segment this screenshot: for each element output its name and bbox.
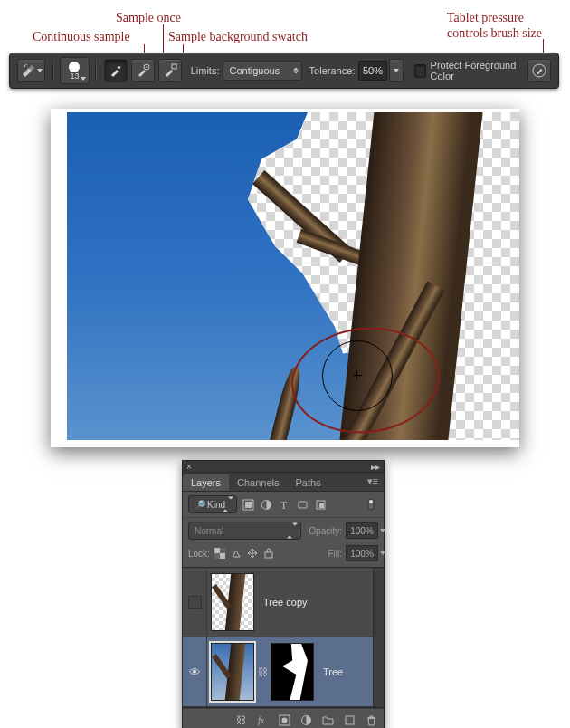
svg-rect-13 (319, 503, 324, 508)
tool-preset-picker[interactable] (17, 59, 45, 82)
opacity-label: Opacity: (309, 526, 342, 536)
limits-select[interactable]: Contiguous (223, 61, 301, 81)
lock-fill-row: Lock: Fill: 100% (183, 543, 384, 567)
layer-row-tree-copy[interactable]: Tree copy (183, 568, 373, 637)
brush-dot-icon (69, 62, 80, 72)
panel-tabs: Layers Channels Paths ▾≡ (183, 473, 384, 492)
tablet-pressure-button[interactable] (527, 59, 551, 82)
chevron-updown-icon (293, 68, 299, 74)
chevron-down-icon (380, 529, 385, 532)
opacity-value: 100% (350, 526, 374, 536)
new-group-button[interactable] (320, 713, 335, 727)
mask-link-icon[interactable]: ⛓ (258, 666, 267, 677)
lock-transparency-icon[interactable] (214, 547, 226, 560)
new-adjustment-button[interactable] (299, 713, 313, 727)
svg-point-4 (146, 66, 147, 68)
layer-name[interactable]: Tree (323, 666, 343, 677)
lock-image-icon[interactable] (230, 547, 242, 560)
svg-point-0 (24, 65, 25, 67)
visibility-off-icon (188, 596, 202, 609)
filter-type-icon[interactable]: T (277, 497, 291, 512)
layers-list: Tree copy 👁 ⛓ Tree (183, 567, 384, 708)
scrollbar[interactable] (373, 568, 384, 707)
eyedropper-swatch-icon (163, 63, 177, 78)
tab-paths[interactable]: Paths (288, 474, 329, 491)
svg-rect-20 (265, 552, 272, 558)
bg-eraser-icon (21, 63, 35, 78)
lock-position-icon[interactable] (246, 547, 259, 560)
filter-toggle-switch[interactable] (364, 497, 378, 512)
chevron-updown-icon (287, 526, 298, 536)
layer-thumbnail[interactable] (211, 573, 254, 631)
pressure-size-icon (531, 62, 547, 79)
svg-rect-18 (220, 548, 225, 553)
layer-style-button[interactable]: fx (255, 713, 270, 727)
tab-channels[interactable]: Channels (229, 474, 287, 491)
annotation-sample-once: Sample once (116, 11, 181, 26)
sampling-continuous-button[interactable] (104, 59, 128, 82)
layer-filter-row: 🔎 Kind T (183, 492, 384, 517)
delete-layer-button[interactable] (364, 713, 378, 727)
svg-rect-16 (214, 548, 220, 553)
filter-smart-icon[interactable] (313, 497, 328, 512)
eye-icon: 👁 (189, 666, 201, 679)
add-mask-button[interactable] (277, 713, 291, 727)
annotation-sample-bg-swatch: Sample background swatch (168, 30, 308, 45)
new-layer-button[interactable] (342, 713, 356, 727)
eyedropper-continuous-icon (109, 63, 123, 78)
panel-titlebar[interactable]: × ▸▸ (183, 461, 384, 473)
visibility-toggle[interactable]: 👁 (183, 637, 207, 706)
svg-point-23 (281, 717, 287, 723)
lock-all-icon[interactable] (262, 547, 275, 560)
collapse-icon[interactable]: ▸▸ (371, 462, 380, 472)
brush-preset-picker[interactable]: 13 (60, 57, 90, 84)
filter-adjustment-icon[interactable] (259, 497, 273, 512)
svg-point-1 (25, 64, 26, 65)
limits-label: Limits: (191, 65, 220, 76)
panel-bottom-buttons: ⛓ fx (183, 708, 384, 728)
layer-mask-thumbnail[interactable] (271, 643, 314, 701)
sampling-bg-swatch-button[interactable] (158, 59, 182, 82)
svg-rect-19 (214, 553, 220, 559)
protect-fg-checkbox[interactable] (414, 64, 426, 78)
protect-fg-group[interactable]: Protect Foreground Color (414, 60, 527, 81)
eyedropper-once-icon (136, 63, 150, 78)
fill-value: 100% (350, 549, 374, 559)
svg-rect-5 (172, 64, 176, 69)
fill-label: Fill: (328, 549, 342, 559)
svg-rect-8 (245, 502, 252, 508)
annotation-tablet-pressure: Tablet pressure controls brush size (447, 11, 542, 42)
protect-fg-label: Protect Foreground Color (431, 60, 526, 81)
options-bar: 13 Limits: Contiguous Tolerance: 50% Pro… (9, 53, 559, 89)
chevron-down-icon (380, 551, 385, 555)
link-layers-button[interactable]: ⛓ (233, 713, 248, 727)
limits-value: Contiguous (229, 65, 280, 76)
opacity-input[interactable]: 100% (346, 522, 378, 539)
filter-shape-icon[interactable] (295, 497, 309, 512)
filter-kind-select[interactable]: 🔎 Kind (188, 495, 237, 513)
svg-text:T: T (280, 499, 288, 511)
tolerance-flyout-button[interactable] (389, 59, 404, 82)
close-icon[interactable]: × (186, 462, 192, 472)
visibility-toggle[interactable] (183, 568, 207, 637)
blend-mode-select[interactable]: Normal (188, 522, 301, 540)
panel-menu-button[interactable]: ▾≡ (362, 472, 384, 491)
lock-label: Lock: (188, 549, 210, 559)
filter-pixel-icon[interactable] (241, 497, 255, 512)
tolerance-value: 50% (363, 65, 383, 76)
blend-mode-value: Normal (195, 526, 223, 536)
chevron-down-icon (81, 77, 86, 81)
layer-thumbnail[interactable] (211, 643, 254, 701)
layer-name[interactable]: Tree copy (263, 597, 308, 608)
annotation-continuous-sample: Continuous sample (33, 30, 130, 45)
brush-size-value: 13 (70, 72, 79, 81)
tolerance-input[interactable]: 50% (358, 61, 386, 81)
document-canvas[interactable] (51, 109, 519, 447)
svg-rect-2 (117, 65, 120, 69)
svg-rect-17 (220, 553, 225, 559)
layers-panel: × ▸▸ Layers Channels Paths ▾≡ 🔎 Kind T N… (182, 460, 385, 728)
layer-row-tree[interactable]: 👁 ⛓ Tree (183, 637, 373, 707)
fill-input[interactable]: 100% (346, 545, 378, 561)
tab-layers[interactable]: Layers (183, 474, 229, 491)
sampling-once-button[interactable] (131, 59, 155, 82)
